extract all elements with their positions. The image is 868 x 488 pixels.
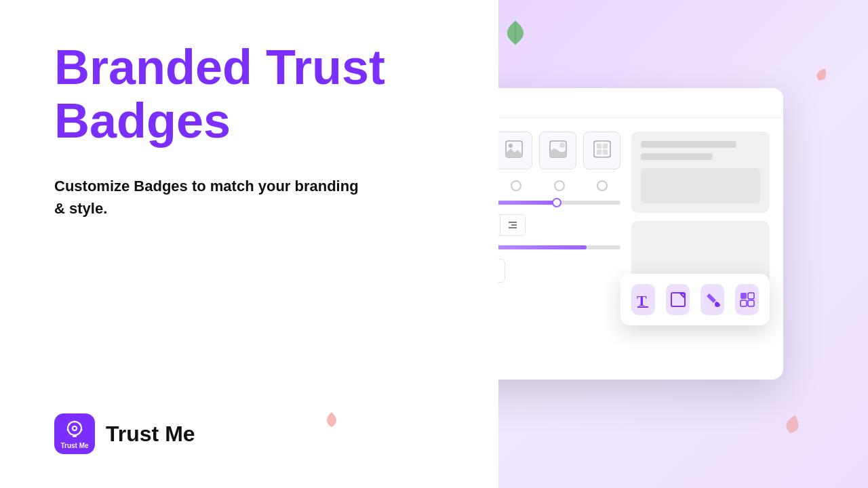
svg-point-6 xyxy=(68,423,71,425)
svg-rect-17 xyxy=(597,144,601,148)
alignment-row xyxy=(498,214,526,236)
svg-rect-40 xyxy=(748,300,754,306)
fill-tool-button[interactable] xyxy=(701,284,724,315)
slider-2[interactable] xyxy=(498,245,620,249)
layout-tool-button[interactable] xyxy=(735,284,759,315)
radio-item-2[interactable] xyxy=(498,180,534,191)
deco-pink-leaf-bottom xyxy=(785,415,800,434)
radio-item-3[interactable] xyxy=(541,180,578,191)
svg-rect-38 xyxy=(748,293,754,299)
controls-panel: 124 ▲ ▼ xyxy=(498,131,620,323)
svg-point-13 xyxy=(509,144,513,148)
img-icon-3 xyxy=(549,140,568,162)
radio-row xyxy=(498,180,620,191)
radio-item-4[interactable] xyxy=(585,180,621,191)
decorative-leaf-left xyxy=(326,412,338,427)
logo-svg xyxy=(64,419,85,441)
right-panel: 124 ▲ ▼ xyxy=(498,0,868,488)
svg-rect-39 xyxy=(741,300,747,306)
slider-2-fill xyxy=(498,245,587,249)
radio-circle-2[interactable] xyxy=(511,180,521,191)
logo-area: Trust Me Trust Me xyxy=(54,413,444,454)
svg-text:T: T xyxy=(637,292,647,308)
svg-point-7 xyxy=(67,428,69,430)
browser-window: 124 ▲ ▼ xyxy=(498,88,783,380)
layout-tool-icon xyxy=(738,291,756,308)
svg-rect-8 xyxy=(73,435,77,437)
svg-rect-37 xyxy=(741,293,747,299)
logo-app-name: Trust Me xyxy=(106,422,195,447)
img-option-3[interactable] xyxy=(539,131,576,169)
logo-icon: Trust Me xyxy=(54,413,95,454)
browser-titlebar xyxy=(498,88,783,118)
left-panel: Branded Trust Badges Customize Badges to… xyxy=(0,0,498,488)
svg-point-2 xyxy=(73,427,76,430)
img-option-2[interactable] xyxy=(498,131,532,169)
main-content: Branded Trust Badges Customize Badges to… xyxy=(54,41,444,220)
radio-circle-3[interactable] xyxy=(554,180,565,191)
hero-subtitle: Customize Badges to match your branding … xyxy=(54,175,366,220)
floating-toolbar: T xyxy=(620,274,770,325)
text-tool-button[interactable]: T xyxy=(631,284,655,315)
align-right-icon xyxy=(508,220,517,230)
align-right-button[interactable] xyxy=(500,215,525,235)
deco-pink-leaf-top xyxy=(816,68,827,81)
svg-point-15 xyxy=(559,142,565,148)
img-option-4[interactable] xyxy=(583,131,620,169)
preview-line-2 xyxy=(641,153,713,160)
logo-label-text: Trust Me xyxy=(60,442,88,449)
hero-title: Branded Trust Badges xyxy=(54,41,444,148)
slider-1[interactable] xyxy=(498,201,620,205)
resize-tool-icon xyxy=(669,291,687,308)
img-icon-2 xyxy=(505,140,524,162)
svg-rect-18 xyxy=(603,144,608,148)
preview-line-1 xyxy=(641,141,736,148)
hero-title-line2: Badges xyxy=(54,94,231,148)
hero-title-line1: Branded Trust xyxy=(54,40,385,94)
img-icon-4 xyxy=(593,140,612,162)
resize-tool-button[interactable] xyxy=(666,284,690,315)
slider-1-thumb[interactable] xyxy=(552,198,561,207)
number-field[interactable]: 124 ▲ ▼ xyxy=(498,259,505,283)
radio-circle-4[interactable] xyxy=(597,180,608,191)
svg-rect-16 xyxy=(594,141,610,157)
fill-tool-icon xyxy=(704,291,722,308)
number-input-row: 124 ▲ ▼ xyxy=(498,259,620,283)
svg-point-4 xyxy=(79,423,81,425)
svg-rect-20 xyxy=(603,150,608,155)
deco-green-leaf xyxy=(505,20,526,45)
svg-point-3 xyxy=(74,420,76,422)
svg-point-5 xyxy=(81,428,83,430)
image-style-selector xyxy=(498,131,620,169)
svg-rect-32 xyxy=(671,293,685,306)
preview-card-top xyxy=(631,131,770,213)
text-tool-icon: T xyxy=(635,291,652,308)
preview-image-placeholder xyxy=(641,168,760,203)
svg-rect-19 xyxy=(597,150,601,155)
